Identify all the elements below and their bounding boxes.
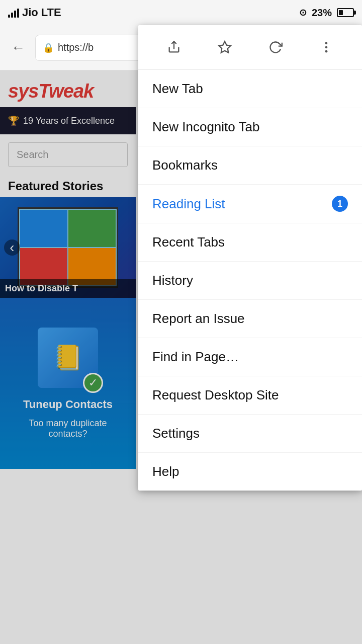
menu-item-label-history: History — [152, 273, 193, 288]
more-options-button[interactable] — [313, 34, 339, 60]
menu-toolbar — [138, 25, 362, 70]
menu-item-label-help: Help — [152, 464, 179, 479]
status-left: Jio LTE — [8, 6, 61, 19]
menu-item-help[interactable]: Help — [138, 453, 362, 491]
battery-percent: 23% — [312, 7, 332, 19]
menu-item-request-desktop[interactable]: Request Desktop Site — [138, 376, 362, 415]
svg-marker-1 — [219, 41, 230, 52]
menu-item-label-reading-list: Reading List — [152, 196, 225, 212]
menu-item-reading-list[interactable]: Reading List1 — [138, 185, 362, 223]
carrier-name: Jio — [22, 6, 38, 19]
menu-item-label-new-tab: New Tab — [152, 81, 203, 97]
share-button[interactable] — [161, 34, 187, 60]
network-type: LTE — [41, 6, 61, 19]
menu-item-find-in-page[interactable]: Find in Page… — [138, 338, 362, 376]
menu-item-bookmarks[interactable]: Bookmarks — [138, 146, 362, 185]
svg-point-3 — [325, 46, 328, 49]
menu-item-new-tab[interactable]: New Tab — [138, 70, 362, 108]
url-text: https://b — [58, 42, 94, 53]
menu-item-label-new-incognito-tab: New Incognito Tab — [152, 119, 259, 135]
status-right: ⊙ 23% — [299, 7, 354, 19]
menu-item-new-incognito-tab[interactable]: New Incognito Tab — [138, 108, 362, 146]
reload-button[interactable] — [262, 34, 289, 60]
screen-lock-icon: ⊙ — [299, 7, 307, 18]
signal-icon — [8, 8, 19, 18]
back-button[interactable]: ← — [6, 36, 30, 60]
menu-item-settings[interactable]: Settings — [138, 415, 362, 453]
back-icon: ← — [11, 40, 25, 56]
menu-item-report-issue[interactable]: Report an Issue — [138, 300, 362, 338]
status-bar: Jio LTE ⊙ 23% — [0, 0, 362, 25]
lock-icon: 🔒 — [43, 42, 54, 53]
bookmark-star-button[interactable] — [212, 34, 238, 60]
menu-item-recent-tabs[interactable]: Recent Tabs — [138, 223, 362, 262]
dropdown-menu: New TabNew Incognito TabBookmarksReading… — [138, 25, 362, 491]
menu-item-label-report-issue: Report an Issue — [152, 311, 245, 327]
menu-item-label-bookmarks: Bookmarks — [152, 157, 218, 173]
menu-item-history[interactable]: History — [138, 262, 362, 300]
battery-icon — [337, 8, 354, 17]
svg-point-4 — [325, 50, 328, 53]
menu-item-label-recent-tabs: Recent Tabs — [152, 234, 225, 250]
menu-item-label-settings: Settings — [152, 426, 200, 441]
svg-point-2 — [325, 42, 328, 45]
menu-items-container: New TabNew Incognito TabBookmarksReading… — [138, 70, 362, 491]
menu-item-label-request-desktop: Request Desktop Site — [152, 387, 279, 403]
menu-item-label-find-in-page: Find in Page… — [152, 349, 239, 365]
badge-reading-list: 1 — [332, 196, 348, 212]
